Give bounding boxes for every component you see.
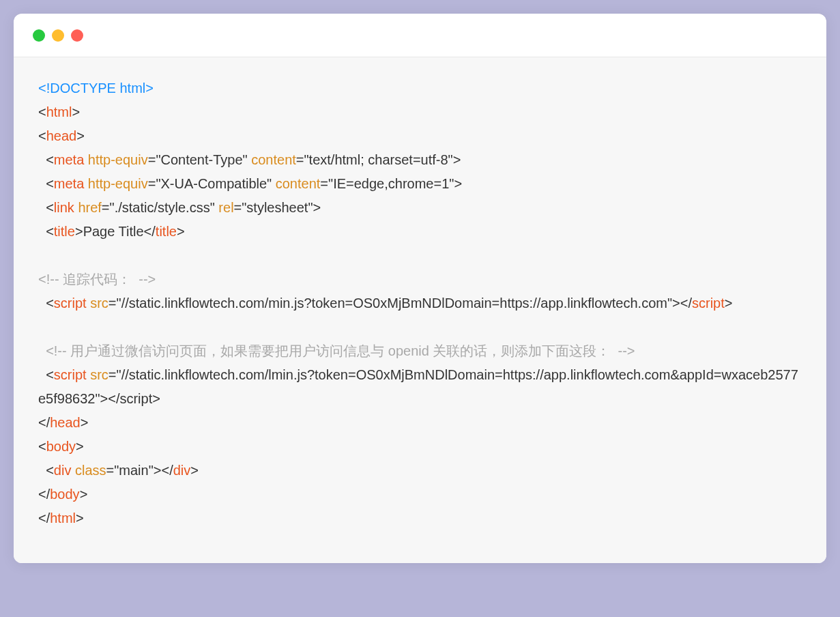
minimize-dot-icon[interactable] xyxy=(52,29,64,42)
traffic-lights xyxy=(33,29,83,42)
close-dot-icon[interactable] xyxy=(33,29,45,42)
code-viewport: <!DOCTYPE html><html><head> <meta http-e… xyxy=(14,57,826,563)
window-titlebar xyxy=(14,14,826,57)
maximize-dot-icon[interactable] xyxy=(71,29,83,42)
browser-window: <!DOCTYPE html><html><head> <meta http-e… xyxy=(14,14,826,563)
